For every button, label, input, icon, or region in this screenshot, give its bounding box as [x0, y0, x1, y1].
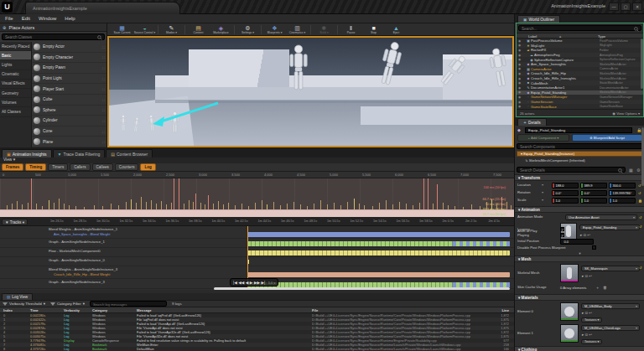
menu-item-edit[interactable]: Edit	[22, 16, 30, 21]
material-thumbnail[interactable]	[560, 324, 579, 343]
place-actors-search-input[interactable]	[3, 35, 104, 40]
visibility-eye-icon[interactable]: ◉	[517, 44, 522, 47]
rotation-z-field[interactable]: 139.999786°	[609, 190, 636, 196]
place-actor-item[interactable]: Point Light∷	[32, 74, 106, 85]
visibility-eye-icon[interactable]: ◉	[517, 77, 522, 80]
material-thumbnail[interactable]	[560, 302, 579, 321]
view-options-button[interactable]: ◉ View Options ▾	[612, 111, 640, 116]
visibility-eye-icon[interactable]: ◉	[517, 101, 522, 104]
material-dropdown[interactable]: M_UE4Man_Body	[581, 303, 640, 309]
timing-track[interactable]: Graph - AnimSingleNodeInstance_0	[0, 257, 514, 266]
menu-item-help[interactable]: Help	[65, 16, 75, 21]
insights-counters-toggle[interactable]: Counters	[115, 163, 139, 171]
asset-tools-icons[interactable]: ▸ ⊙ ↩	[582, 333, 592, 337]
textures-button[interactable]: Textures ▾	[581, 339, 602, 344]
sidebar-item-recently-placed[interactable]: Recently Placed	[0, 42, 31, 51]
blueprint-add-script-button[interactable]: ⊕ Blueprint/Add Script	[572, 134, 642, 142]
tracks-dropdown-button[interactable]: ▼ Tracks ▾	[2, 219, 28, 225]
insights-frames-toggle[interactable]: Frames	[2, 163, 23, 171]
reset-to-default-icon[interactable]: ↺	[639, 266, 641, 270]
visibility-eye-icon[interactable]: ◉	[517, 81, 522, 85]
place-actor-item[interactable]: Player Start∷	[32, 84, 106, 95]
log-column-line[interactable]: Line	[501, 308, 509, 312]
log-column-verbosity[interactable]: Verbosity	[64, 308, 80, 312]
menu-item-window[interactable]: Window	[39, 16, 56, 21]
scale-y-field[interactable]: 1.0	[580, 198, 607, 204]
timing-track[interactable]: Blend Weights - AnimSingleNodeInstance_1…	[0, 226, 514, 239]
frames-graph[interactable]: 100 ms (10 fps)66.7 ms (15 fps)50 ms (20…	[0, 178, 514, 217]
log-column-category[interactable]: Category	[92, 308, 107, 312]
eject-button[interactable]: ▲Eject	[385, 25, 408, 34]
rotation-x-field[interactable]: 0.0°	[552, 190, 579, 196]
components-search[interactable]	[517, 143, 643, 149]
tab-content-browser[interactable]: ▤Content Browser	[106, 149, 153, 157]
place-actor-item[interactable]: Cone∷	[32, 126, 106, 137]
visibility-eye-icon[interactable]: ◉	[517, 95, 522, 99]
place-actor-item[interactable]: Empty Actor∷	[32, 42, 106, 53]
playing-checkbox[interactable]: ✓	[560, 233, 564, 237]
log-view-tab[interactable]: ▤ Log View	[2, 293, 33, 300]
components-search-input[interactable]	[517, 145, 642, 149]
add-component-button[interactable]: + Add Component ▾	[517, 134, 569, 142]
place-actor-item[interactable]: Cylinder∷	[32, 116, 106, 126]
scale-z-field[interactable]: 1.0	[609, 198, 636, 204]
log-column-time[interactable]: Time	[30, 308, 39, 312]
actor-name-field[interactable]: Equip_Pistol_Standing	[525, 127, 632, 133]
visibility-eye-icon[interactable]: ◉	[517, 39, 522, 43]
sidebar-item-cinematic[interactable]: Cinematic	[0, 70, 31, 80]
timing-track[interactable]: Blend Weights - AnimSingleNodeInstance_3…	[0, 266, 514, 279]
log-column-index[interactable]: Index	[3, 308, 13, 312]
place-actor-item[interactable]: Cube∷	[32, 95, 106, 106]
rotation-y-field[interactable]: 0.0°	[580, 190, 607, 196]
materials-section-header[interactable]: ▾ Materials	[515, 294, 644, 301]
sidebar-item-visual-effects[interactable]: Visual Effects	[0, 80, 31, 89]
close-button[interactable]: ✕	[632, 3, 642, 11]
log-search-input[interactable]	[91, 302, 166, 307]
mesh-section-header[interactable]: ▾ Mesh	[515, 256, 644, 262]
visibility-eye-icon[interactable]: ◉	[517, 105, 522, 108]
reset-to-default-icon[interactable]: ↺	[638, 191, 641, 195]
sidebar-item-basic[interactable]: Basic	[0, 51, 31, 60]
tab-animation-insights[interactable]: ▣Animation Insights	[2, 149, 52, 157]
insights-callees-toggle[interactable]: Callees	[92, 163, 113, 171]
location-y-field[interactable]: 389.9	[580, 183, 607, 188]
sidebar-item-all-classes[interactable]: All Classes	[0, 107, 31, 116]
project-tab[interactable]: AnimationInsightsExample	[25, 2, 180, 14]
playback-button[interactable]: ▶	[250, 281, 253, 285]
delete-icon[interactable]: 🗑	[603, 285, 607, 290]
outliner-scrollbar[interactable]	[641, 39, 643, 89]
build-button[interactable]: ✱Build ▾	[313, 25, 335, 34]
playback-button[interactable]: ▶▶	[254, 281, 260, 285]
sidebar-item-lights[interactable]: Lights	[0, 60, 31, 70]
place-actor-item[interactable]: Plane∷	[32, 137, 106, 147]
place-actor-item[interactable]: Empty Character∷	[32, 53, 106, 64]
sidebar-item-geometry[interactable]: Geometry	[0, 89, 31, 98]
playback-button[interactable]: ◀	[246, 281, 249, 285]
outliner-search[interactable]	[518, 25, 641, 31]
scale-x-field[interactable]: 1.0	[552, 198, 579, 204]
component-tree-child[interactable]: ↳ SkeletalMeshComponent (Inherited)	[517, 157, 643, 163]
outliner-search-input[interactable]	[519, 27, 641, 31]
clothing-section-header[interactable]: ▾ Clothing	[515, 346, 644, 351]
add-element-icon[interactable]: ＋	[595, 285, 600, 290]
blueprints-button[interactable]: ❖Blueprints ▾	[263, 25, 286, 34]
asset-tools-icons[interactable]: ▸ ⊙ ↩	[582, 311, 592, 315]
track-bar[interactable]	[247, 250, 510, 256]
reset-to-default-icon[interactable]: ↺	[639, 215, 641, 219]
playback-button[interactable]: |◀	[233, 281, 237, 285]
category-filter[interactable]: Category Filter ▾	[50, 302, 85, 306]
timing-track[interactable]: Graph - AnimSingleNodeInstance_1	[0, 239, 514, 248]
visibility-eye-icon[interactable]: ◉	[517, 54, 522, 57]
details-search[interactable]	[517, 167, 626, 173]
visibility-eye-icon[interactable]: ◉	[517, 67, 522, 70]
source-control-button[interactable]: ◒Source Control ▾	[133, 25, 156, 34]
place-actor-item[interactable]: Sphere∷	[32, 106, 106, 116]
place-actor-item[interactable]: Empty Pawn∷	[32, 63, 106, 74]
timing-track[interactable]: Flow - SkeletalMeshComponent0	[0, 248, 514, 257]
pause-button[interactable]: ‖Pause	[340, 25, 362, 34]
insights-log-toggle[interactable]: Log	[140, 163, 155, 171]
insights-timing-toggle[interactable]: Timing	[25, 163, 46, 171]
outliner-header[interactable]: Label ▲ Type	[517, 33, 643, 39]
tracks-horizontal-scrollbar[interactable]	[214, 287, 510, 290]
cinematics-button[interactable]: ▥Cinematics ▾	[286, 25, 309, 34]
